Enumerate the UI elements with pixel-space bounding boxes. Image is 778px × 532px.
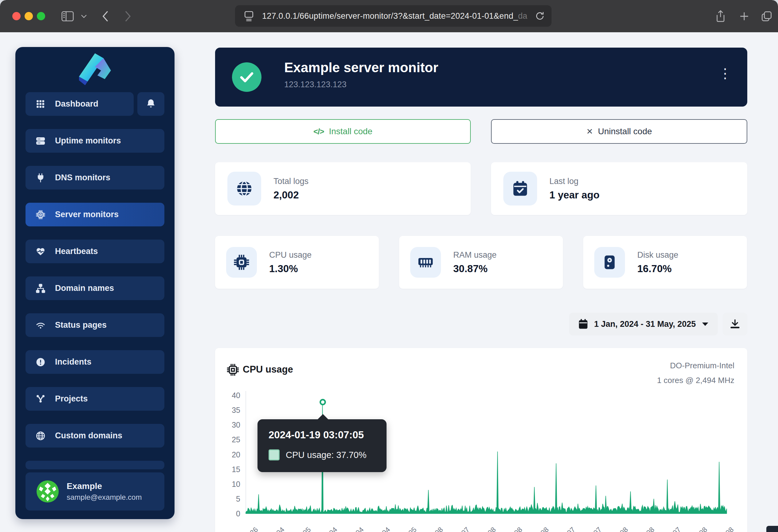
download-report-button[interactable]	[723, 313, 747, 335]
y-tick-0: 0	[219, 509, 240, 518]
server-icon	[35, 136, 47, 147]
close-icon: ✕	[586, 127, 593, 137]
plug-icon	[35, 172, 47, 183]
status-ok-icon	[232, 62, 261, 92]
sidebar-item-uptime-monitors[interactable]: Uptime monitors	[25, 129, 164, 153]
url-bar[interactable]: 127.0.0.1/66uptime/server-monitor/3?&sta…	[235, 5, 552, 27]
sidebar-item-server-monitors[interactable]: Server monitors	[25, 203, 164, 227]
kebab-menu-icon[interactable]: ⋮	[718, 67, 732, 80]
total-logs-card: Total logs2,002	[215, 162, 471, 215]
page-title: Example server monitor	[284, 60, 438, 75]
disk-icon	[594, 247, 625, 278]
sidebar-item-projects[interactable]: Projects	[25, 387, 164, 411]
y-tick-30: 30	[219, 421, 240, 429]
sidebar-item-heartbeats[interactable]: Heartbeats	[25, 240, 164, 263]
disk-label: Disk usage	[637, 250, 679, 260]
series-swatch	[268, 449, 280, 460]
avatar	[36, 480, 59, 503]
disk-value: 16.70%	[637, 263, 679, 275]
sidebar-item-label: Status pages	[55, 320, 106, 330]
sidebar-item-label: Server monitors	[55, 210, 119, 219]
globe-solid-icon	[227, 172, 261, 205]
sidebar-toggle-icon[interactable]	[58, 0, 77, 32]
app-logo	[77, 52, 113, 88]
browser-chrome: 127.0.0.1/66uptime/server-monitor/3?&sta…	[0, 0, 778, 32]
calendar-check-icon	[503, 172, 537, 205]
sidebar-item-dns-monitors[interactable]: DNS monitors	[25, 166, 164, 189]
install-code-button[interactable]: </> Install code	[215, 119, 471, 144]
y-tick-25: 25	[219, 435, 240, 444]
monitor-ip: 123.123.123.123	[284, 80, 346, 89]
app-window: 127.0.0.1/66uptime/server-monitor/3?&sta…	[0, 0, 778, 532]
minimize-window-button[interactable]	[24, 12, 33, 20]
globe-icon	[35, 430, 47, 441]
chevron-down-icon[interactable]	[78, 0, 90, 32]
y-tick-10: 10	[219, 480, 240, 489]
chart-tooltip: 2024-01-19 03:07:05 CPU usage: 37.70%	[257, 419, 387, 472]
sidebar-item-custom-domains[interactable]: Custom domains	[25, 424, 164, 448]
ram-label: RAM usage	[453, 250, 496, 260]
disk-card: Disk usage16.70%	[583, 236, 747, 289]
cpu-value: 1.30%	[269, 263, 312, 275]
y-tick-20: 20	[219, 450, 240, 459]
uninstall-code-button[interactable]: ✕ Uninstall code	[491, 119, 747, 144]
uninstall-code-label: Uninstall code	[598, 126, 652, 137]
alert-icon	[35, 357, 47, 368]
download-icon	[729, 319, 741, 330]
y-tick-5: 5	[219, 495, 240, 504]
sidebar-item-status-pages[interactable]: Status pages	[25, 313, 164, 337]
calendar-icon	[578, 319, 589, 330]
ram-card: RAM usage30.87%	[399, 236, 563, 289]
cpu-usage-chart-card: CPU usage DO-Premium-Intel 1 cores @ 2,4…	[215, 348, 747, 532]
ram-value: 30.87%	[453, 263, 496, 275]
wifi-icon	[35, 320, 47, 331]
y-tick-40: 40	[219, 391, 240, 400]
reload-icon[interactable]	[535, 11, 545, 21]
sidebar-item-partial[interactable]	[25, 461, 164, 469]
new-tab-icon[interactable]	[735, 0, 754, 32]
bell-icon	[145, 98, 156, 110]
last-log-value: 1 year ago	[549, 189, 600, 201]
sidebar-item-label: Custom domains	[55, 431, 122, 440]
caret-down-icon	[701, 322, 709, 327]
ram-icon	[410, 247, 441, 278]
profile-email: sample@example.com	[67, 493, 142, 502]
heartbeat-icon	[35, 246, 47, 257]
sidebar-item-domain-names[interactable]: Domain names	[25, 276, 164, 300]
cpu-label: CPU usage	[269, 250, 312, 260]
close-window-button[interactable]	[12, 12, 20, 20]
url-text: 127.0.0.1/66uptime/server-monitor/3?&sta…	[262, 11, 527, 21]
total-logs-label: Total logs	[274, 177, 309, 186]
code-icon: </>	[313, 127, 324, 137]
chip-icon	[35, 209, 47, 220]
sidebar: DashboardUptime monitorsDNS monitorsServ…	[15, 47, 174, 519]
y-tick-35: 35	[219, 406, 240, 415]
sitemap-icon	[35, 283, 47, 294]
nodes-icon	[35, 393, 47, 405]
date-range-label: 1 Jan, 2024 - 31 May, 2025	[594, 320, 696, 329]
site-icon	[244, 10, 254, 22]
total-logs-value: 2,002	[274, 189, 309, 201]
sidebar-item-label: Heartbeats	[55, 247, 98, 256]
grid-icon	[35, 99, 47, 110]
back-button[interactable]	[97, 0, 114, 32]
share-icon[interactable]	[711, 0, 730, 32]
profile-card[interactable]: Example sample@example.com	[25, 472, 164, 511]
last-log-label: Last log	[549, 177, 600, 186]
tabs-overview-icon[interactable]	[758, 0, 776, 32]
last-log-card: Last log1 year ago	[491, 162, 747, 215]
date-range-picker[interactable]: 1 Jan, 2024 - 31 May, 2025	[569, 313, 718, 335]
cpu-card: CPU usage1.30%	[215, 236, 379, 289]
tooltip-value: CPU usage: 37.70%	[286, 450, 367, 460]
install-code-label: Install code	[329, 126, 372, 137]
y-tick-15: 15	[219, 465, 240, 474]
sidebar-item-label: DNS monitors	[55, 173, 110, 182]
sidebar-item-incidents[interactable]: Incidents	[25, 350, 164, 374]
maximize-window-button[interactable]	[37, 12, 45, 20]
floating-corner-widget[interactable]	[766, 526, 778, 532]
sidebar-item-dashboard[interactable]: Dashboard	[25, 92, 134, 116]
notifications-button[interactable]	[137, 92, 164, 116]
sidebar-item-label: Incidents	[55, 357, 92, 367]
sidebar-item-label: Uptime monitors	[55, 136, 121, 146]
forward-button[interactable]	[119, 0, 137, 32]
